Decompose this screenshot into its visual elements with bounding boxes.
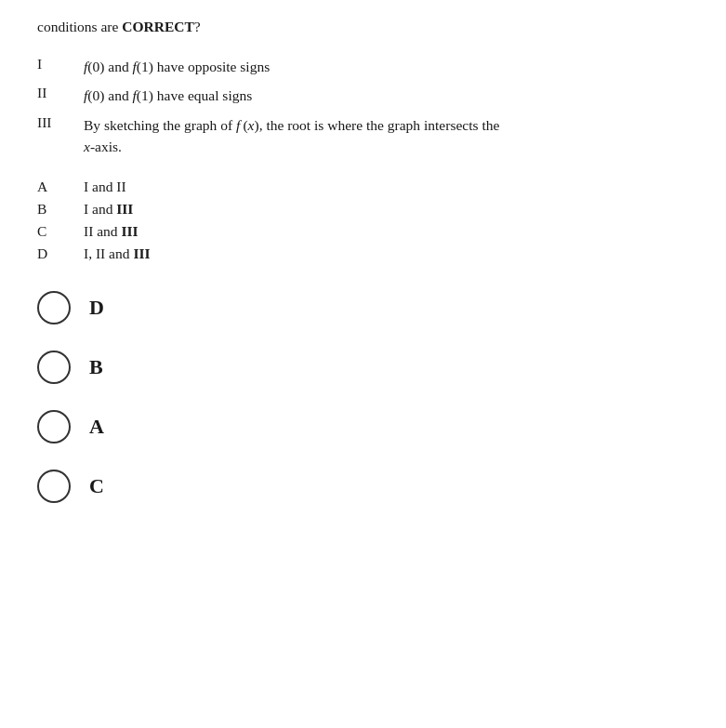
radio-C[interactable] [37, 470, 71, 503]
option-letter-B: B [37, 198, 84, 220]
answer-label-D: D [89, 296, 104, 320]
question-header: conditions are CORRECT? [37, 19, 689, 35]
x-axis-label: x [84, 139, 90, 154]
answer-row-C[interactable]: C [37, 470, 689, 503]
option-A: A I and II [37, 176, 689, 198]
radio-D[interactable] [37, 291, 71, 324]
radio-A[interactable] [37, 410, 71, 443]
statement-III: III By sketching the graph of f (x), the… [37, 111, 689, 162]
correct-label: CORRECT [122, 19, 194, 34]
option-text-A: I and II [84, 176, 689, 198]
statements-table: I f(0) and f(1) have opposite signs II f… [37, 52, 689, 161]
answer-row-D[interactable]: D [37, 291, 689, 324]
header-end: ? [194, 19, 201, 34]
option-letter-A: A [37, 176, 84, 198]
option-C: C II and III [37, 220, 689, 243]
answer-label-B: B [89, 355, 103, 379]
stmt-num-III: III [37, 111, 84, 162]
stmt-text-I: f(0) and f(1) have opposite signs [84, 52, 689, 81]
option-D: D I, II and III [37, 243, 689, 265]
option-letter-C: C [37, 220, 84, 243]
option-text-B: I and III [84, 198, 689, 220]
answer-row-B[interactable]: B [37, 351, 689, 384]
stmt-num-II: II [37, 81, 84, 110]
options-table: A I and II B I and III C II and III D I,… [37, 176, 689, 265]
answer-label-A: A [89, 415, 104, 439]
statement-II: II f(0) and f(1) have equal signs [37, 81, 689, 110]
option-B: B I and III [37, 198, 689, 220]
option-letter-D: D [37, 243, 84, 265]
answer-label-C: C [89, 474, 104, 498]
stmt-text-III: By sketching the graph of f (x), the roo… [84, 111, 689, 162]
answer-row-A[interactable]: A [37, 410, 689, 443]
option-text-C: II and III [84, 220, 689, 243]
statement-I: I f(0) and f(1) have opposite signs [37, 52, 689, 81]
option-text-D: I, II and III [84, 243, 689, 265]
stmt-num-I: I [37, 52, 84, 81]
header-text: conditions are [37, 19, 122, 34]
answer-options: D B A C [37, 291, 689, 503]
radio-B[interactable] [37, 351, 71, 384]
stmt-text-II: f(0) and f(1) have equal signs [84, 81, 689, 110]
